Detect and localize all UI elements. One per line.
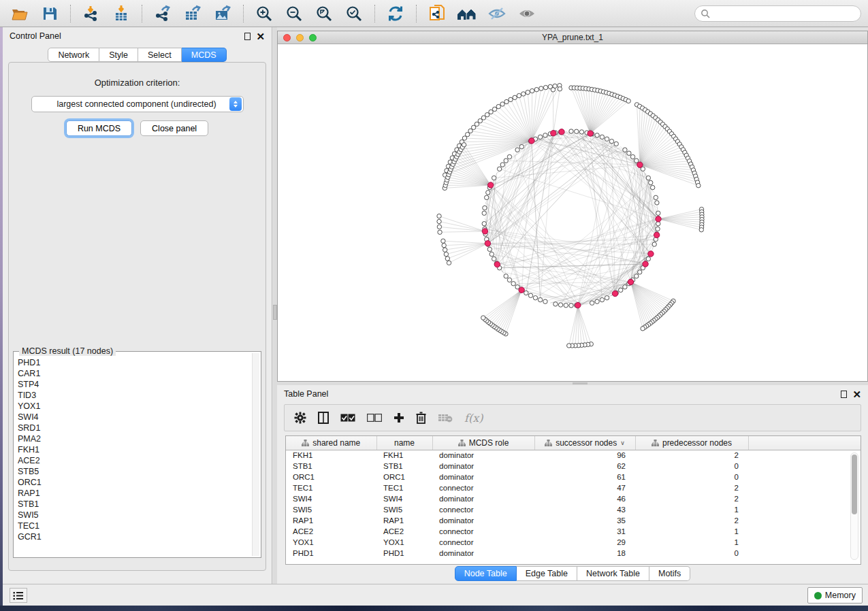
table-cell[interactable]: 2 <box>635 493 748 504</box>
table-cell[interactable]: RAP1 <box>286 515 376 526</box>
table-cell[interactable]: 18 <box>534 548 635 559</box>
table-cell[interactable]: 43 <box>534 504 635 515</box>
unselect-all-columns-icon[interactable] <box>367 414 382 422</box>
mcds-node[interactable] <box>612 291 617 296</box>
search-input[interactable] <box>713 9 855 18</box>
table-cell[interactable]: 2 <box>635 515 748 526</box>
mcds-result-item[interactable]: STP4 <box>18 379 251 390</box>
mcds-result-item[interactable]: FKH1 <box>18 444 251 455</box>
table-cell[interactable]: 35 <box>534 515 635 526</box>
table-cell[interactable]: SWI5 <box>286 504 376 515</box>
table-cell[interactable]: 62 <box>534 461 635 472</box>
create-column-plus-icon[interactable] <box>393 412 404 423</box>
hide-selected-button[interactable] <box>484 3 510 24</box>
zoom-out-button[interactable] <box>281 3 307 24</box>
mcds-node[interactable] <box>656 216 661 222</box>
mcds-result-item[interactable]: GCR1 <box>18 531 251 542</box>
table-row[interactable]: PHD1PHD1dominator180 <box>286 548 861 559</box>
network-window-titlebar[interactable]: YPA_prune.txt_1 <box>278 31 867 44</box>
zoom-in-button[interactable] <box>251 3 277 24</box>
save-session-button[interactable] <box>37 3 63 24</box>
mcds-node[interactable] <box>551 131 556 136</box>
tab-mcds[interactable]: MCDS <box>182 48 227 62</box>
table-cell[interactable]: 2 <box>635 450 748 461</box>
close-panel-button[interactable]: Close panel <box>140 120 208 136</box>
column-header-mcds-role[interactable]: MCDS role <box>432 436 534 450</box>
mcds-list-scrollbar[interactable] <box>252 353 259 556</box>
network-graph[interactable] <box>278 44 867 381</box>
float-panel-icon[interactable] <box>841 391 847 398</box>
show-columns-icon[interactable] <box>318 412 329 424</box>
show-panels-list-button[interactable] <box>10 588 27 603</box>
table-cell[interactable]: PHD1 <box>286 548 376 559</box>
table-cell[interactable]: 0 <box>635 461 748 472</box>
open-session-button[interactable] <box>7 3 33 24</box>
table-scrollbar-thumb[interactable] <box>852 455 857 514</box>
table-cell[interactable]: SWI5 <box>376 504 432 515</box>
table-cell[interactable]: SWI4 <box>286 493 376 504</box>
tab-edge-table[interactable]: Edge Table <box>517 566 577 581</box>
run-mcds-button[interactable]: Run MCDS <box>66 120 132 136</box>
mcds-result-item[interactable]: ACE2 <box>18 455 251 466</box>
minimize-window-icon[interactable] <box>296 34 304 42</box>
table-cell[interactable]: 0 <box>635 548 748 559</box>
mcds-result-item[interactable]: SWI5 <box>18 510 251 521</box>
table-row[interactable]: TEC1TEC1connector472 <box>286 482 861 493</box>
table-cell[interactable]: dominator <box>432 472 534 482</box>
table-cell[interactable]: 47 <box>534 482 635 493</box>
mcds-node[interactable] <box>637 162 643 167</box>
mcds-node[interactable] <box>529 138 534 144</box>
first-neighbors-button[interactable] <box>454 3 480 24</box>
show-all-button[interactable] <box>514 3 540 24</box>
column-header-successor-nodes[interactable]: successor nodes ∨ <box>534 436 635 450</box>
search-field[interactable] <box>694 5 861 22</box>
mcds-node[interactable] <box>648 251 654 257</box>
table-cell[interactable]: ACE2 <box>286 526 376 537</box>
table-cell[interactable]: connector <box>432 526 534 537</box>
table-cell[interactable]: SWI4 <box>376 493 432 504</box>
tab-style[interactable]: Style <box>99 48 138 62</box>
table-cell[interactable]: dominator <box>432 548 534 559</box>
table-cell[interactable]: 0 <box>635 472 748 482</box>
table-cell[interactable]: dominator <box>432 515 534 526</box>
zoom-fit-button[interactable] <box>311 3 337 24</box>
mcds-node[interactable] <box>643 261 648 267</box>
table-cell[interactable]: 29 <box>534 537 635 548</box>
optimization-criterion-select[interactable]: largest connected component (undirected) <box>31 96 244 112</box>
table-cell[interactable]: STB1 <box>286 461 376 472</box>
table-cell[interactable]: dominator <box>432 493 534 504</box>
mcds-node[interactable] <box>519 287 524 293</box>
table-cell[interactable]: 46 <box>534 493 635 504</box>
mcds-result-item[interactable]: TEC1 <box>18 521 251 531</box>
table-cell[interactable]: TEC1 <box>376 482 432 493</box>
table-cell[interactable]: ACE2 <box>376 526 432 537</box>
import-network-button[interactable] <box>78 3 104 24</box>
table-cell[interactable]: ORC1 <box>286 472 376 482</box>
table-cell[interactable]: STB1 <box>376 461 432 472</box>
mcds-node[interactable] <box>559 129 564 135</box>
mcds-node[interactable] <box>488 182 494 188</box>
table-cell[interactable]: YOX1 <box>376 537 432 548</box>
table-cell[interactable]: 1 <box>635 504 748 515</box>
table-cell[interactable]: TEC1 <box>286 482 376 493</box>
mcds-result-list[interactable]: PHD1CAR1STP4TID3YOX1SWI4SRD1PMA2FKH1ACE2… <box>18 357 251 556</box>
select-all-columns-icon[interactable] <box>340 414 355 422</box>
table-cell[interactable]: connector <box>432 504 534 515</box>
delete-column-trash-icon[interactable] <box>416 412 426 424</box>
table-cell[interactable]: 96 <box>534 450 635 461</box>
tab-select[interactable]: Select <box>138 48 182 62</box>
close-window-icon[interactable] <box>283 34 291 42</box>
mcds-result-item[interactable]: CAR1 <box>18 368 251 379</box>
close-panel-icon[interactable]: ✕ <box>256 33 265 40</box>
table-row[interactable]: RAP1RAP1dominator352 <box>286 515 861 526</box>
mcds-result-item[interactable]: YOX1 <box>18 401 251 412</box>
table-cell[interactable]: 2 <box>635 482 748 493</box>
table-cell[interactable]: FKH1 <box>376 450 432 461</box>
table-cell[interactable]: ORC1 <box>376 472 432 482</box>
mcds-node[interactable] <box>575 302 581 308</box>
column-header-shared-name[interactable]: shared name <box>286 436 376 450</box>
tab-network-table[interactable]: Network Table <box>577 566 649 581</box>
table-cell[interactable]: dominator <box>432 461 534 472</box>
mcds-result-item[interactable]: SWI4 <box>18 412 251 423</box>
tab-motifs[interactable]: Motifs <box>649 566 690 581</box>
